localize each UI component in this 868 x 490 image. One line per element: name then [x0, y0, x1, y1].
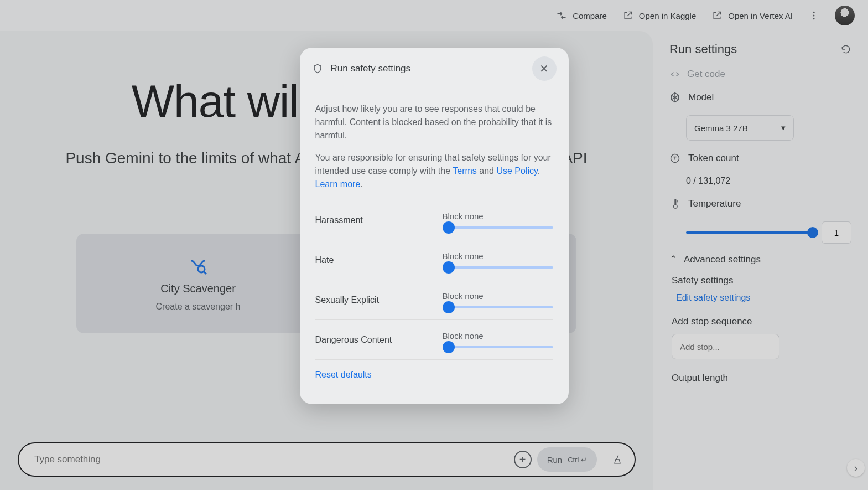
modal-title: Run safety settings	[331, 63, 411, 74]
safety-row-sexual: Sexually Explicit Block none	[315, 280, 553, 319]
safety-settings-modal: Run safety settings ✕ Adjust how likely …	[300, 48, 569, 404]
learn-more-link[interactable]: Learn more	[315, 179, 361, 189]
modal-header: Run safety settings ✕	[300, 48, 569, 90]
reset-defaults-button[interactable]: Reset defaults	[315, 359, 553, 392]
use-policy-link[interactable]: Use Policy	[496, 166, 537, 176]
safety-category: Hate	[315, 255, 334, 265]
safety-row-dangerous: Dangerous Content Block none	[315, 319, 553, 359]
safety-level: Block none	[443, 331, 553, 341]
safety-slider-hate[interactable]	[443, 266, 553, 269]
modal-overlay[interactable]: Run safety settings ✕ Adjust how likely …	[0, 0, 868, 490]
close-icon: ✕	[539, 62, 549, 75]
safety-category: Sexually Explicit	[315, 295, 380, 305]
safety-row-hate: Hate Block none	[315, 240, 553, 280]
safety-row-harassment: Harassment Block none	[315, 200, 553, 240]
modal-description-1: Adjust how likely you are to see respons…	[315, 102, 553, 142]
shield-icon	[312, 63, 323, 74]
modal-description-2: You are responsible for ensuring that sa…	[315, 151, 553, 191]
safety-slider-harassment[interactable]	[443, 226, 553, 229]
safety-level: Block none	[443, 212, 553, 221]
safety-category: Harassment	[315, 215, 363, 225]
close-button[interactable]: ✕	[532, 56, 557, 81]
safety-slider-sexual[interactable]	[443, 306, 553, 308]
terms-link[interactable]: Terms	[453, 166, 477, 176]
safety-level: Block none	[443, 291, 553, 301]
safety-slider-dangerous[interactable]	[443, 346, 553, 348]
safety-level: Block none	[443, 251, 553, 261]
safety-category: Dangerous Content	[315, 335, 392, 345]
